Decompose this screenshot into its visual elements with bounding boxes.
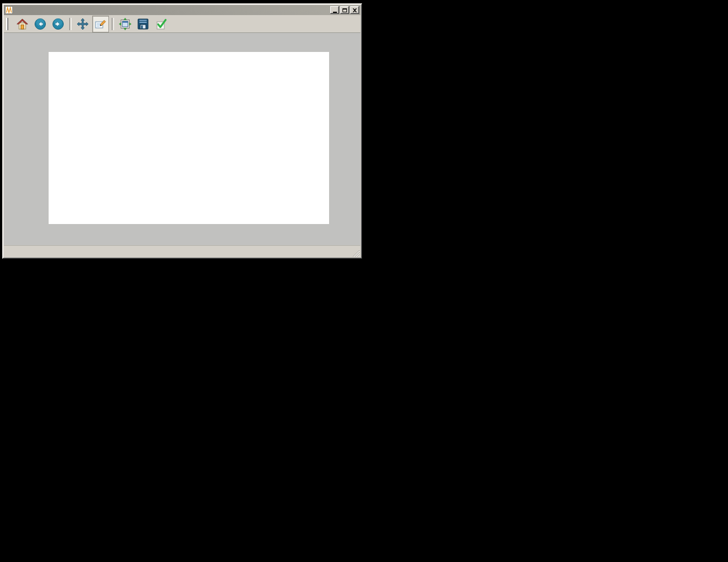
figure-window-1 [2,3,362,259]
pan-icon [76,17,89,31]
maximize-button[interactable] [340,6,349,14]
home-button[interactable] [14,16,31,32]
window-controls [330,6,359,14]
toolbar-separator [112,18,114,30]
close-icon [353,8,357,12]
customize-button[interactable] [153,16,169,32]
back-icon [34,17,47,31]
statusbar [4,245,360,257]
zoom-button[interactable] [92,16,109,32]
save-icon [136,17,150,31]
close-button[interactable] [350,6,359,14]
subplots-button[interactable] [117,16,134,32]
customize-check-icon [154,17,168,31]
desktop [0,0,728,562]
back-button[interactable] [32,16,49,32]
titlebar[interactable] [4,5,360,15]
pan-button[interactable] [74,16,91,32]
save-button[interactable] [135,16,151,32]
minimize-icon [333,12,337,13]
configure-subplots-icon [118,17,132,31]
minimize-button[interactable] [330,6,339,14]
zoom-rect-icon [94,17,107,31]
toolbar-separator [69,18,72,30]
forward-button[interactable] [50,16,66,32]
plot-canvas[interactable] [4,32,360,245]
plot-toolbar [4,15,360,32]
home-icon [16,17,29,31]
figure-plot [4,33,360,245]
matplotlib-waveform-icon [5,6,13,14]
toolbar-handle[interactable] [6,18,11,30]
forward-icon [51,17,65,31]
resize-grip[interactable] [353,249,360,256]
maximize-icon [342,8,347,12]
